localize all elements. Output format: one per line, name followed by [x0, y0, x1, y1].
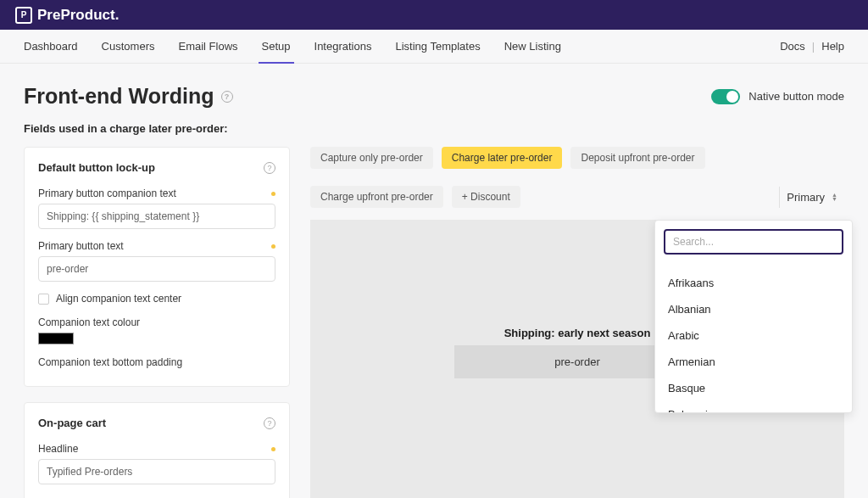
nav-new-listing[interactable]: New Listing [492, 30, 573, 64]
colour-label: Companion text colour [38, 316, 140, 328]
nav-divider: | [812, 40, 815, 53]
brand-logo[interactable]: P PreProduct. [15, 7, 119, 24]
nav-help[interactable]: Help [821, 40, 844, 53]
help-icon[interactable]: ? [221, 91, 233, 103]
settings-sidebar: Default button lock-up ? Primary button … [24, 147, 290, 498]
help-icon[interactable]: ? [264, 162, 275, 174]
nav-right: Docs | Help [780, 40, 844, 53]
indicator-dot [271, 244, 275, 249]
language-option[interactable]: Belarusian [664, 401, 843, 413]
primary-label: Primary [787, 191, 825, 204]
card-title: Default button lock-up [38, 161, 155, 174]
page-title: Front-end Wording ? [24, 84, 233, 109]
primary-select[interactable]: Primary ▲▼ [779, 187, 844, 208]
companion-text-label: Primary button companion text [38, 187, 176, 199]
button-text-input[interactable] [38, 256, 275, 282]
section-subtitle: Fields used in a charge later pre-order: [0, 122, 868, 147]
padding-label: Companion text bottom padding [38, 356, 182, 368]
card-title: On-page cart [38, 417, 106, 429]
nav-email-flows[interactable]: Email Flows [166, 30, 249, 64]
brand-name: PreProduct. [37, 7, 119, 24]
language-option[interactable]: Basque [664, 375, 843, 401]
sort-icon: ▲▼ [832, 193, 837, 201]
help-icon[interactable]: ? [264, 417, 275, 429]
tab-deposit-upfront[interactable]: Deposit upfront pre-order [570, 147, 704, 169]
headline-label: Headline [38, 443, 78, 455]
companion-text-input[interactable] [38, 204, 275, 229]
main-panel: Capture only pre-order Charge later pre-… [310, 147, 844, 498]
colour-swatch[interactable] [38, 333, 74, 344]
card-header: On-page cart ? [38, 417, 275, 429]
align-center-label: Align companion text center [56, 293, 181, 305]
tab-capture-only[interactable]: Capture only pre-order [310, 147, 433, 169]
language-option[interactable]: Afrikaans [664, 270, 843, 296]
align-center-checkbox[interactable] [38, 294, 49, 305]
tab-discount[interactable]: + Discount [452, 186, 520, 208]
native-mode-toggle-area: Native button mode [711, 89, 844, 104]
nav-integrations[interactable]: Integrations [303, 30, 384, 64]
main-nav: Dashboard Customers Email Flows Setup In… [0, 30, 868, 64]
language-dropdown: Afrikaans Albanian Arabic Armenian Basqu… [654, 220, 853, 413]
language-option[interactable]: Arabic [664, 322, 843, 349]
card-on-page-cart: On-page cart ? Headline [24, 402, 290, 498]
align-center-row[interactable]: Align companion text center [38, 293, 275, 305]
language-option[interactable]: Armenian [664, 349, 843, 375]
content: Default button lock-up ? Primary button … [0, 147, 868, 498]
nav-docs[interactable]: Docs [780, 40, 805, 53]
toggle-label: Native button mode [748, 90, 844, 103]
card-button-lockup: Default button lock-up ? Primary button … [24, 147, 290, 387]
native-mode-toggle[interactable] [711, 89, 740, 104]
nav-customers[interactable]: Customers [90, 30, 167, 64]
tab-charge-later[interactable]: Charge later pre-order [442, 147, 563, 169]
indicator-dot [271, 447, 275, 451]
language-option[interactable]: Albanian [664, 296, 843, 322]
nav-listing-templates[interactable]: Listing Templates [383, 30, 492, 64]
headline-input[interactable] [38, 459, 275, 484]
nav-setup[interactable]: Setup [250, 30, 303, 64]
preorder-type-tabs: Capture only pre-order Charge later pre-… [310, 147, 844, 208]
card-header: Default button lock-up ? [38, 161, 275, 174]
indicator-dot [271, 192, 275, 196]
logo-icon: P [15, 7, 32, 24]
page-header: Front-end Wording ? Native button mode [0, 64, 868, 122]
preview-companion-text: Shipping: early next season [504, 327, 651, 339]
button-preview: Shipping: early next season pre-order Af… [310, 220, 844, 498]
app-header: P PreProduct. [0, 0, 868, 30]
tab-charge-upfront[interactable]: Charge upfront pre-order [310, 186, 443, 208]
language-search-input[interactable] [664, 229, 843, 255]
nav-dashboard[interactable]: Dashboard [24, 30, 90, 64]
button-text-label: Primary button text [38, 240, 124, 252]
